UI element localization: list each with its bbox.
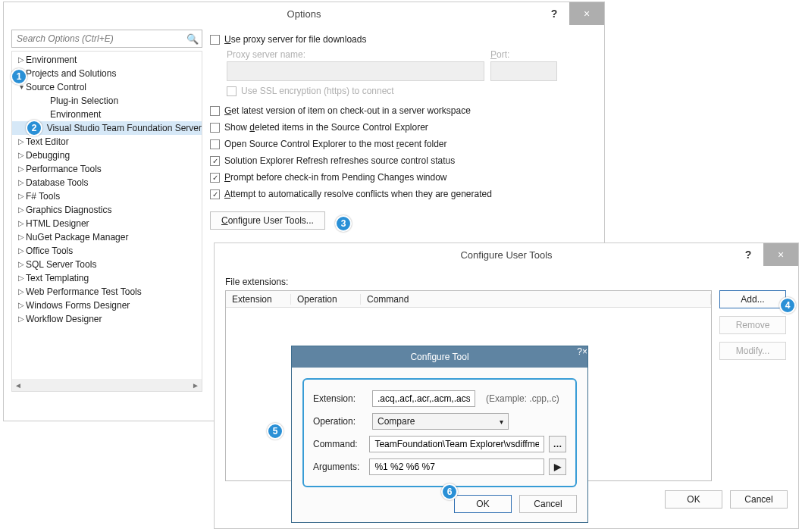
tree-item-label: Office Tools [26, 244, 73, 258]
help-icon[interactable]: ? [577, 346, 582, 368]
search-icon: 🔍 [186, 33, 199, 45]
operation-label: Operation: [313, 416, 368, 427]
configure-user-tools-button[interactable]: Configure User Tools... [210, 211, 325, 230]
extension-input[interactable] [372, 390, 475, 407]
annotation-badge-6: 6 [441, 483, 458, 500]
annotation-badge-3: 3 [335, 215, 352, 232]
close-icon[interactable]: × [763, 243, 798, 266]
show-deleted-checkbox[interactable]: Show deleted items in the Source Control… [210, 119, 597, 136]
arguments-input[interactable] [369, 458, 544, 475]
tree-item[interactable]: ▷Projects and Solutions [12, 67, 202, 80]
proxy-name-label: Proxy server name: [227, 49, 484, 60]
tree-item-label: Windows Forms Designer [26, 299, 130, 312]
tree-item-label: HTML Designer [26, 217, 89, 230]
tree-item[interactable]: ▷Graphics Diagnostics [12, 203, 202, 217]
tree-item[interactable]: ▷Text Editor [12, 135, 202, 149]
annotation-badge-5: 5 [267, 423, 284, 440]
tree-item[interactable]: ▷Text Templating [12, 271, 202, 285]
proxy-port-input [490, 61, 557, 81]
scroll-left-icon[interactable]: ◄ [12, 381, 24, 390]
options-tree[interactable]: ▷Environment▷Projects and Solutions▾Sour… [11, 51, 202, 392]
command-label: Command: [313, 439, 365, 449]
horizontal-scrollbar[interactable]: ◄ ► [12, 379, 202, 391]
ok-button[interactable]: OK [454, 495, 512, 513]
col-command: Command [361, 294, 711, 305]
help-icon[interactable]: ? [733, 243, 763, 266]
tree-item[interactable]: Environment [12, 108, 202, 121]
operation-select[interactable]: Compare ▾ [372, 413, 509, 430]
tree-item[interactable]: ▷Windows Forms Designer [12, 299, 202, 312]
tree-item[interactable]: ▷F# Tools [12, 189, 202, 203]
tree-expand-icon[interactable]: ▷ [17, 203, 26, 217]
tree-item-label: NuGet Package Manager [26, 230, 128, 244]
options-titlebar: Options ? × [4, 2, 604, 25]
cancel-button[interactable]: Cancel [730, 490, 788, 509]
tree-item[interactable]: ▷Environment [12, 53, 202, 67]
tree-item[interactable]: ▷HTML Designer [12, 217, 202, 230]
tree-item[interactable]: ▷NuGet Package Manager [12, 230, 202, 244]
tree-item[interactable]: ▾Source Control [12, 80, 202, 94]
tree-item[interactable]: ▷Office Tools [12, 244, 202, 258]
tree-expand-icon[interactable]: ▷ [17, 312, 26, 326]
fields-highlight: Extension: (Example: .cpp,.c) Operation:… [302, 378, 577, 487]
tree-item[interactable]: ▷Debugging [12, 149, 202, 162]
tree-item-label: Environment [26, 53, 77, 67]
tree-expand-icon[interactable]: ▷ [17, 176, 26, 189]
tree-item-label: SQL Server Tools [26, 258, 96, 271]
tree-item-label: Debugging [26, 149, 70, 162]
tree-item[interactable]: ▷Performance Tools [12, 162, 202, 176]
tree-expand-icon[interactable]: ▷ [17, 135, 26, 149]
tree-item-label: Text Templating [26, 271, 89, 285]
tree-expand-icon[interactable]: ▷ [17, 299, 26, 312]
scroll-right-icon[interactable]: ► [190, 381, 202, 390]
command-input[interactable] [369, 436, 544, 452]
use-proxy-checkbox[interactable]: Use proxy server for file downloads [210, 31, 597, 48]
search-input[interactable]: Search Options (Ctrl+E) 🔍 [11, 30, 202, 48]
cancel-button[interactable]: Cancel [519, 495, 577, 513]
tree-item[interactable]: ▷SQL Server Tools [12, 258, 202, 271]
tree-item-label: Text Editor [26, 135, 69, 149]
tree-expand-icon[interactable]: ▷ [17, 189, 26, 203]
tree-expand-icon[interactable]: ▷ [17, 285, 26, 299]
browse-button[interactable]: … [549, 436, 566, 452]
tree-expand-icon[interactable]: ▷ [17, 258, 26, 271]
get-latest-checkbox[interactable]: Get latest version of item on check-out … [210, 102, 597, 119]
arguments-menu-button[interactable]: ▶ [549, 458, 566, 475]
search-placeholder: Search Options (Ctrl+E) [17, 33, 186, 44]
modify-button: Modify... [719, 342, 786, 360]
extension-label: Extension: [313, 393, 368, 404]
tree-expand-icon[interactable]: ▷ [17, 244, 26, 258]
tree-item-label: Graphics Diagnostics [26, 203, 111, 217]
tree-expand-icon[interactable]: ▷ [17, 230, 26, 244]
tree-item[interactable]: ▷Workflow Designer [12, 312, 202, 326]
tree-item-label: Performance Tools [26, 162, 102, 176]
tree-item-label: Visual Studio Team Foundation Server [47, 121, 202, 135]
cut-title: Configure User Tools [460, 249, 552, 261]
tree-expand-icon[interactable]: ▷ [17, 271, 26, 285]
annotation-badge-4: 4 [779, 297, 796, 314]
close-icon[interactable]: × [569, 2, 604, 25]
tree-item[interactable]: ▷Database Tools [12, 176, 202, 189]
tree-item-label: Database Tools [26, 176, 89, 189]
tree-expand-icon[interactable]: ▷ [17, 162, 26, 176]
remove-button: Remove [719, 316, 786, 334]
close-icon[interactable]: × [582, 346, 587, 368]
add-button[interactable]: Add... [719, 290, 786, 308]
tree-expand-icon[interactable]: ▷ [17, 53, 26, 67]
auto-resolve-checkbox[interactable]: ✓ Attempt to automatically resolve confl… [210, 186, 597, 202]
file-extensions-label: File extensions: [225, 277, 788, 287]
proxy-name-input [227, 61, 484, 81]
help-icon[interactable]: ? [539, 2, 569, 25]
tree-item-label: Workflow Designer [26, 312, 102, 326]
tree-expand-icon[interactable]: ▷ [17, 149, 26, 162]
tree-item[interactable]: ▷Web Performance Test Tools [12, 285, 202, 299]
open-recent-checkbox[interactable]: Open Source Control Explorer to the most… [210, 136, 597, 152]
prompt-checkin-checkbox[interactable]: ✓ Prompt before check-in from Pending Ch… [210, 169, 597, 186]
ssl-checkbox: Use SSL encryption (https) to connect [227, 86, 597, 96]
tree-item-label: Projects and Solutions [26, 67, 116, 80]
tree-expand-icon[interactable]: ▷ [17, 217, 26, 230]
ok-button[interactable]: OK [665, 490, 722, 509]
tree-item[interactable]: Plug-in Selection [12, 94, 202, 108]
refresh-checkbox[interactable]: ✓ Solution Explorer Refresh refreshes so… [210, 152, 597, 169]
tool-titlebar: Configure Tool ? × [292, 346, 587, 368]
